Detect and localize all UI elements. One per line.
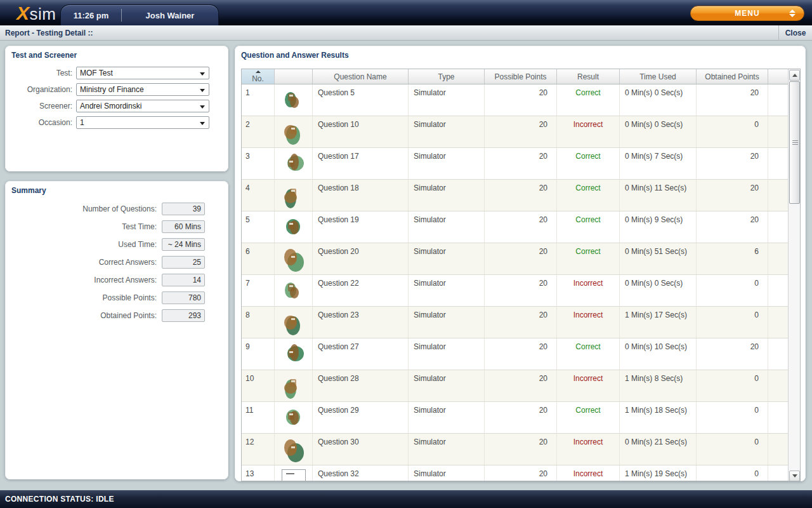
image-placeholder-icon (282, 469, 306, 481)
dropdown-value: MOF Test (80, 69, 113, 77)
table-row[interactable]: 1Question 5Simulator20Correct0 Min(s) 0 … (242, 84, 800, 116)
cell-question-name: Question 20 (313, 243, 409, 274)
test-time-value: 60 Mins (162, 220, 205, 233)
cell-obtained-points: 20 (697, 180, 768, 211)
cell-type: Simulator (409, 243, 485, 274)
scroll-up-button[interactable] (789, 70, 800, 81)
cell-possible-points: 20 (485, 243, 557, 274)
question-thumbnail (282, 341, 306, 369)
cell-possible-points: 20 (485, 84, 557, 116)
table-row[interactable]: 6Question 20Simulator20Correct0 Min(s) 5… (242, 243, 800, 275)
cell-result: Correct (557, 338, 620, 370)
cell-time-used: 0 Min(s) 51 Sec(s) (620, 243, 697, 274)
cell-possible-points: 20 (485, 148, 557, 179)
table-row[interactable]: 5Question 19Simulator20Correct0 Min(s) 9… (242, 211, 800, 243)
close-button[interactable]: Close (778, 25, 812, 41)
form-fields: Test:MOF TestOrganization:Ministry of Fi… (5, 67, 228, 133)
cell-obtained-points: 6 (697, 243, 768, 274)
column-header-result[interactable]: Result (557, 69, 620, 84)
cell-possible-points: 20 (485, 338, 557, 370)
column-header-question-name[interactable]: Question Name (313, 69, 409, 84)
table-row[interactable]: 7Question 22Simulator20Incorrect0 Min(s)… (242, 275, 800, 307)
column-header-possible-points[interactable]: Possible Points (485, 69, 557, 84)
dropdown-value: Andrei Smordinski (80, 102, 141, 110)
cell-time-used: 0 Min(s) 10 Sec(s) (620, 338, 697, 370)
table-row[interactable]: 13Question 32Simulator20Incorrect1 Min(s… (242, 465, 800, 481)
scrollbar-grip-icon (792, 140, 798, 146)
cell-thumbnail (275, 434, 313, 465)
cell-type: Simulator (409, 307, 485, 338)
summary-label: Correct Answers: (5, 258, 162, 267)
table-row[interactable]: 3Question 17Simulator20Correct0 Min(s) 7… (242, 148, 800, 180)
status-bar: CONNECTION STATUS: IDLE (0, 490, 812, 508)
cell-possible-points: 20 (485, 434, 557, 465)
column-header-obtained-points[interactable]: Obtained Points (697, 69, 768, 84)
top-bar: Xsim 11:26 pm Josh Wainer MENU (0, 0, 812, 25)
cell-type: Simulator (409, 116, 485, 147)
summary-rows: Number of Questions:39Test Time:60 MinsU… (5, 203, 228, 327)
table-row[interactable]: 10Question 28Simulator20Incorrect1 Min(s… (242, 370, 800, 402)
chevron-up-down-icon (789, 10, 796, 17)
column-header-col1[interactable] (275, 69, 313, 84)
obtained-points-value: 293 (162, 309, 205, 322)
table-row[interactable]: 2Question 10Simulator20Incorrect0 Min(s)… (242, 116, 800, 148)
menu-button-label: MENU (735, 9, 759, 18)
cell-time-used: 0 Min(s) 0 Sec(s) (620, 275, 697, 306)
column-header-type[interactable]: Type (409, 69, 485, 84)
column-header-label: Possible Points (494, 72, 546, 81)
table-scrollbar[interactable] (788, 69, 800, 481)
cell-no: 6 (242, 243, 275, 274)
cell-possible-points: 20 (485, 307, 557, 338)
incorrect-answers-value: 14 (162, 274, 205, 286)
table-row[interactable]: 8Question 23Simulator20Incorrect1 Min(s)… (242, 307, 800, 338)
scroll-down-button[interactable] (789, 471, 800, 481)
column-header-time-used[interactable]: Time Used (620, 69, 697, 84)
summary-row: Obtained Points:293 (5, 309, 228, 322)
summary-row: Incorrect Answers:14 (5, 274, 228, 286)
table-row[interactable]: 9Question 27Simulator20Correct0 Min(s) 1… (242, 338, 800, 370)
table-row[interactable]: 11Question 29Simulator20Correct1 Min(s) … (242, 402, 800, 434)
field-label: Screener: (5, 102, 76, 110)
summary-label: Possible Points: (5, 293, 162, 302)
column-header-no[interactable]: No. (242, 69, 275, 84)
cell-no: 3 (242, 148, 275, 179)
test-dropdown[interactable]: MOF Test (76, 67, 209, 79)
cell-obtained-points: 0 (697, 370, 768, 401)
scrollbar-thumb[interactable] (789, 81, 800, 204)
field-label: Organization: (5, 85, 76, 94)
table-row[interactable]: 12Question 30Simulator20Incorrect0 Min(s… (242, 434, 800, 465)
cell-result: Correct (557, 84, 620, 116)
cell-time-used: 1 Min(s) 19 Sec(s) (620, 465, 697, 481)
user-name: Josh Wainer (122, 11, 218, 20)
cell-result: Incorrect (557, 434, 620, 465)
cell-thumbnail (275, 465, 313, 481)
occasion-dropdown[interactable]: 1 (76, 116, 209, 129)
cell-possible-points: 20 (485, 402, 557, 433)
menu-button[interactable]: MENU (690, 6, 804, 21)
cell-question-name: Question 32 (313, 465, 409, 481)
cell-obtained-points: 0 (697, 402, 768, 433)
organization-dropdown[interactable]: Ministry of Finance (76, 83, 209, 96)
sort-ascending-icon (256, 70, 261, 73)
cell-filler (768, 338, 789, 370)
question-thumbnail (282, 119, 306, 147)
question-thumbnail (282, 214, 306, 242)
screener-dropdown[interactable]: Andrei Smordinski (76, 100, 209, 112)
column-header-label: Time Used (639, 72, 676, 81)
cell-question-name: Question 29 (313, 402, 409, 433)
cell-possible-points: 20 (485, 116, 557, 147)
table-row[interactable]: 4Question 18Simulator20Correct0 Min(s) 1… (242, 180, 800, 211)
cell-possible-points: 20 (485, 465, 557, 481)
cell-no: 8 (242, 307, 275, 338)
logo-text: sim (30, 4, 56, 23)
form-field-row: Organization:Ministry of Finance (5, 83, 228, 96)
cell-no: 10 (242, 370, 275, 401)
column-header-col8[interactable] (768, 69, 789, 84)
cell-result: Correct (557, 402, 620, 433)
cell-question-name: Question 30 (313, 434, 409, 465)
cell-no: 7 (242, 275, 275, 306)
cell-filler (768, 243, 789, 274)
chevron-down-icon (200, 72, 205, 76)
cell-type: Simulator (409, 434, 485, 465)
cell-no: 13 (242, 465, 275, 481)
